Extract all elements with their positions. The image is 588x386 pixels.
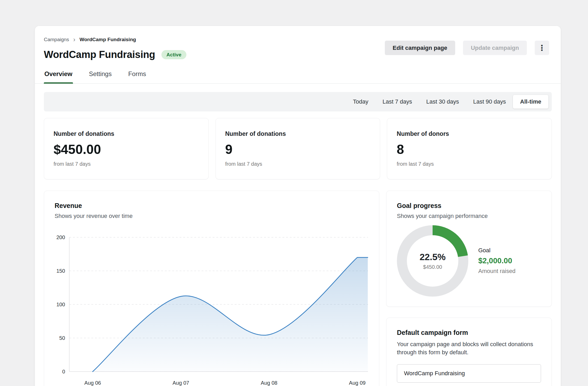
main-grid: Revenue Shows your revenue over time 050…: [44, 191, 552, 386]
svg-text:0: 0: [62, 369, 65, 374]
revenue-card: Revenue Shows your revenue over time 050…: [44, 191, 379, 386]
filter-last-7-days[interactable]: Last 7 days: [375, 95, 419, 109]
goal-donut-chart: [397, 225, 468, 297]
goal-title: Goal progress: [397, 202, 541, 210]
revenue-area-chart: 050100150200Aug 06Aug 07Aug 08Aug 09: [55, 222, 369, 386]
page-title: WordCamp Fundraising: [44, 49, 155, 60]
filter-today[interactable]: Today: [346, 95, 376, 109]
stat-card-donation-amount: Number of donations $450.00 from last 7 …: [44, 118, 209, 179]
status-badge: Active: [161, 50, 186, 59]
breadcrumb-current: WordCamp Fundraising: [80, 37, 136, 42]
svg-text:Aug 07: Aug 07: [172, 380, 189, 386]
goal-legend: Goal $2,000.00 Amount raised: [478, 247, 516, 275]
svg-text:200: 200: [56, 234, 65, 240]
stat-caption: from last 7 days: [54, 161, 199, 167]
svg-text:150: 150: [56, 268, 65, 274]
stat-label: Number of donors: [397, 130, 542, 138]
tab-settings[interactable]: Settings: [88, 70, 112, 83]
campaign-details-window: Campaigns › WordCamp Fundraising WordCam…: [35, 26, 561, 386]
tab-overview[interactable]: Overview: [44, 70, 73, 83]
stat-label: Number of donations: [54, 130, 199, 138]
default-campaign-form-card: Default campaign form Your campaign page…: [386, 318, 552, 386]
default-form-description: Your campaign page and blocks will colle…: [397, 340, 541, 356]
right-column: Goal progress Shows your campaign perfor…: [386, 191, 552, 386]
overview-panel: Today Last 7 days Last 30 days Last 90 d…: [35, 84, 561, 386]
stat-value: $450.00: [54, 142, 199, 157]
tab-forms[interactable]: Forms: [128, 70, 146, 83]
goal-progress-card: Goal progress Shows your campaign perfor…: [386, 191, 552, 307]
stat-caption: from last 7 days: [225, 161, 371, 167]
revenue-chart-wrap: 050100150200Aug 06Aug 07Aug 08Aug 09: [55, 222, 369, 386]
svg-text:50: 50: [59, 335, 65, 341]
stat-cards-row: Number of donations $450.00 from last 7 …: [44, 118, 552, 179]
goal-amount: $2,000.00: [478, 256, 516, 265]
svg-text:Aug 08: Aug 08: [261, 380, 277, 386]
stat-card-donor-count: Number of donors 8 from last 7 days: [387, 118, 552, 179]
filter-last-90-days[interactable]: Last 90 days: [466, 95, 513, 109]
stat-caption: from last 7 days: [397, 161, 542, 167]
header-actions: Edit campaign page Update campaign ⋮: [385, 41, 549, 55]
default-form-select[interactable]: WordCamp Fundraising: [397, 364, 541, 383]
breadcrumb-campaigns-link[interactable]: Campaigns: [44, 37, 69, 42]
campaign-header: Campaigns › WordCamp Fundraising WordCam…: [35, 26, 561, 60]
goal-subtitle: Shows your campaign performance: [397, 213, 541, 219]
revenue-subtitle: Shows your revenue over time: [55, 213, 369, 219]
more-options-button[interactable]: ⋮: [535, 41, 549, 55]
campaign-tabs: Overview Settings Forms: [35, 70, 561, 84]
default-form-selected-value: WordCamp Fundraising: [404, 370, 465, 377]
goal-caption: Amount raised: [478, 268, 516, 275]
svg-text:Aug 06: Aug 06: [84, 380, 101, 386]
stat-card-donation-count: Number of donations 9 from last 7 days: [216, 118, 380, 179]
revenue-title: Revenue: [55, 202, 369, 210]
update-campaign-button[interactable]: Update campaign: [463, 41, 527, 55]
svg-text:100: 100: [56, 302, 65, 307]
breadcrumb-chevron-icon: ›: [73, 36, 75, 43]
kebab-menu-icon: ⋮: [538, 44, 546, 52]
stat-label: Number of donations: [225, 130, 371, 138]
date-range-filter-bar: Today Last 7 days Last 30 days Last 90 d…: [44, 92, 552, 111]
default-form-title: Default campaign form: [397, 329, 541, 336]
stat-value: 8: [397, 142, 542, 157]
edit-campaign-page-button[interactable]: Edit campaign page: [385, 41, 455, 55]
desktop-background: Campaigns › WordCamp Fundraising WordCam…: [0, 0, 588, 386]
svg-text:Aug 09: Aug 09: [349, 380, 365, 386]
stat-value: 9: [225, 142, 371, 157]
filter-all-time[interactable]: All-time: [513, 95, 548, 109]
goal-donut-wrap: 22.5% $450.00: [397, 225, 468, 297]
goal-label: Goal: [478, 247, 516, 254]
goal-row: 22.5% $450.00 Goal $2,000.00 Amount rais…: [397, 225, 541, 297]
filter-last-30-days[interactable]: Last 30 days: [419, 95, 466, 109]
